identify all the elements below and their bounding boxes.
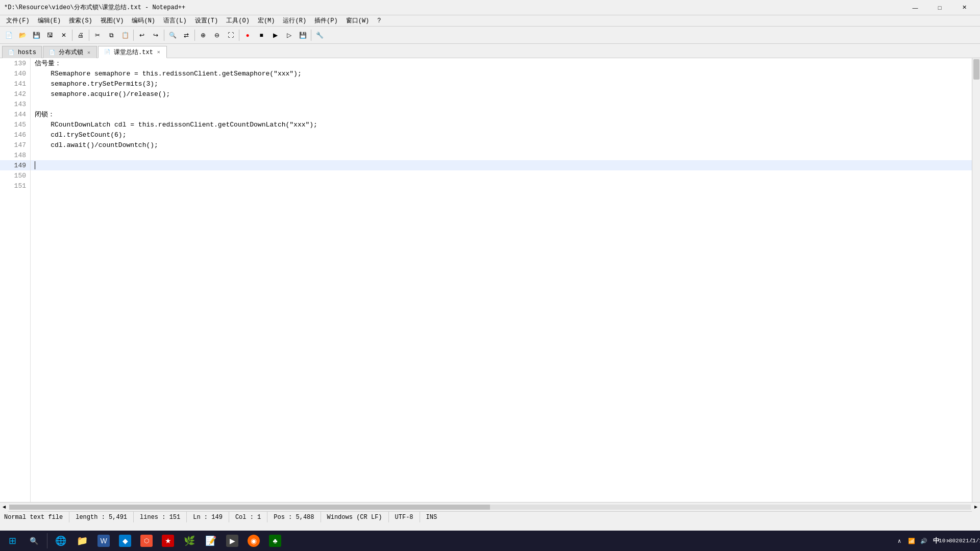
tab-summary-close[interactable]: ✕ bbox=[156, 48, 161, 56]
line-num-147: 147 bbox=[0, 140, 30, 150]
taskbar-terminal[interactable]: ▶ bbox=[222, 532, 242, 550]
status-pos: Pos : 5,488 bbox=[267, 512, 321, 522]
minimize-button[interactable]: — bbox=[903, 3, 927, 13]
windows-icon: ⊞ bbox=[6, 535, 18, 547]
menu-file[interactable]: 文件(F) bbox=[2, 15, 34, 26]
menu-window[interactable]: 窗口(W) bbox=[342, 15, 374, 26]
app7-icon: 🌿 bbox=[183, 535, 195, 547]
taskbar-app6[interactable]: ★ bbox=[158, 532, 178, 550]
menu-run[interactable]: 运行(R) bbox=[279, 15, 310, 26]
code-line-149 bbox=[31, 160, 972, 170]
toolbar-zoom-in[interactable]: ⊕ bbox=[197, 29, 210, 42]
line-num-142: 142 bbox=[0, 89, 30, 99]
search-button[interactable]: 🔍 bbox=[23, 532, 44, 550]
code-line-143 bbox=[31, 99, 972, 109]
toolbar-extra[interactable]: 🔧 bbox=[313, 29, 326, 42]
taskbar-vscode[interactable]: ◆ bbox=[115, 532, 135, 550]
tab-summary-label: 课堂总结.txt bbox=[114, 48, 153, 57]
menu-search[interactable]: 搜索(S) bbox=[65, 15, 96, 26]
status-line-ending: Windows (CR LF) bbox=[321, 512, 389, 522]
tray-chevron[interactable]: ∧ bbox=[894, 536, 904, 546]
toolbar-redo[interactable]: ↪ bbox=[149, 29, 162, 42]
tray-clock: 10:30 2021/1/1 bbox=[955, 536, 966, 546]
line-num-141: 141 bbox=[0, 79, 30, 89]
toolbar-cut[interactable]: ✂ bbox=[91, 29, 104, 42]
taskbar-git[interactable]: ⬡ bbox=[136, 532, 157, 550]
horizontal-scroll-track[interactable] bbox=[9, 505, 971, 510]
status-file-type: Normal text file bbox=[4, 512, 69, 522]
tray-speaker[interactable]: 🔊 bbox=[919, 536, 929, 546]
tab-hosts-label: hosts bbox=[18, 49, 36, 56]
toolbar-paste[interactable]: 📋 bbox=[118, 29, 132, 42]
toolbar-new[interactable]: 📄 bbox=[2, 29, 15, 42]
tab-bar: 📄 hosts 📄 分布式锁 ✕ 📄 课堂总结.txt ✕ bbox=[0, 44, 980, 58]
horizontal-scroll-thumb[interactable] bbox=[9, 505, 490, 510]
tray-notification[interactable]: □ bbox=[968, 536, 978, 546]
line-num-146: 146 bbox=[0, 130, 30, 140]
taskbar-app11[interactable]: ♣ bbox=[265, 532, 285, 550]
toolbar-save-all[interactable]: 🖫 bbox=[43, 29, 57, 42]
maximize-button[interactable]: □ bbox=[928, 3, 951, 13]
toolbar-stop[interactable]: ■ bbox=[255, 29, 268, 42]
taskbar-chrome[interactable]: 🌐 bbox=[51, 532, 71, 550]
line-num-144: 144 bbox=[0, 109, 30, 119]
line-num-149: 149 bbox=[0, 160, 30, 170]
line-num-139: 139 bbox=[0, 58, 30, 68]
scroll-right-arrow[interactable]: ▶ bbox=[972, 503, 980, 512]
tab-distributed-lock[interactable]: 📄 分布式锁 ✕ bbox=[43, 46, 97, 58]
menu-language[interactable]: 语言(L) bbox=[159, 15, 191, 26]
toolbar-replace[interactable]: ⇄ bbox=[180, 29, 193, 42]
toolbar-save[interactable]: 💾 bbox=[30, 29, 43, 42]
taskbar-app10[interactable]: ◉ bbox=[243, 532, 264, 550]
menu-help[interactable]: ? bbox=[373, 16, 385, 26]
code-line-151 bbox=[31, 181, 972, 191]
code-line-139: 信号量： bbox=[31, 58, 972, 68]
toolbar-macro-save[interactable]: 💾 bbox=[296, 29, 309, 42]
toolbar-copy[interactable]: ⧉ bbox=[105, 29, 118, 42]
toolbar-undo[interactable]: ↩ bbox=[135, 29, 149, 42]
taskbar-notepad[interactable]: 📝 bbox=[201, 532, 221, 550]
tab-classroom-summary[interactable]: 📄 课堂总结.txt ✕ bbox=[98, 46, 167, 58]
menu-macro[interactable]: 宏(M) bbox=[254, 15, 279, 26]
close-button[interactable]: ✕ bbox=[952, 3, 976, 13]
toolbar-open[interactable]: 📂 bbox=[16, 29, 29, 42]
toolbar-zoom-out[interactable]: ⊖ bbox=[210, 29, 224, 42]
scroll-left-arrow[interactable]: ◀ bbox=[0, 503, 8, 512]
vertical-scrollbar[interactable] bbox=[972, 58, 980, 502]
menu-tools[interactable]: 工具(O) bbox=[222, 15, 254, 26]
menu-encode[interactable]: 编码(N) bbox=[128, 15, 159, 26]
toolbar-print[interactable]: 🖨 bbox=[74, 29, 87, 42]
vscode-icon: ◆ bbox=[119, 535, 131, 547]
toolbar-sep3 bbox=[133, 30, 134, 41]
toolbar-record[interactable]: ● bbox=[241, 29, 254, 42]
taskbar-word[interactable]: W bbox=[93, 532, 114, 550]
toolbar-fullscreen[interactable]: ⛶ bbox=[224, 29, 237, 42]
toolbar-find[interactable]: 🔍 bbox=[166, 29, 179, 42]
code-area[interactable]: 信号量： RSemaphore semaphore = this.redisso… bbox=[31, 58, 972, 502]
toolbar-play[interactable]: ▶ bbox=[268, 29, 282, 42]
taskbar-right: ∧ 📶 🔊 中 ⌨ 10:30 2021/1/1 □ bbox=[894, 536, 978, 546]
tray-network[interactable]: 📶 bbox=[906, 536, 917, 546]
line-num-150: 150 bbox=[0, 170, 30, 181]
window-title: *D:\Resource\video\分布式锁\课堂总结.txt - Notep… bbox=[4, 3, 185, 12]
toolbar-next[interactable]: ▷ bbox=[282, 29, 296, 42]
status-length: length : 5,491 bbox=[69, 512, 134, 522]
line-num-143: 143 bbox=[0, 99, 30, 109]
text-cursor bbox=[35, 161, 35, 169]
menu-plugins[interactable]: 插件(P) bbox=[310, 15, 342, 26]
menu-edit[interactable]: 编辑(E) bbox=[34, 15, 65, 26]
line-num-140: 140 bbox=[0, 68, 30, 79]
tab-hosts-icon: 📄 bbox=[8, 49, 15, 56]
menu-settings[interactable]: 设置(T) bbox=[191, 15, 223, 26]
taskbar: ⊞ 🔍 🌐 📁 W ◆ ⬡ ★ 🌿 📝 ▶ ◉ ♣ ∧ 📶 🔊 中 ⌨ bbox=[0, 531, 980, 551]
taskbar-app7[interactable]: 🌿 bbox=[179, 532, 200, 550]
toolbar-close[interactable]: ✕ bbox=[57, 29, 70, 42]
horizontal-scrollbar[interactable]: ◀ ▶ bbox=[0, 502, 980, 511]
menu-view[interactable]: 视图(V) bbox=[96, 15, 128, 26]
search-icon: 🔍 bbox=[28, 535, 40, 547]
tab-dist-close[interactable]: ✕ bbox=[86, 49, 91, 56]
start-button[interactable]: ⊞ bbox=[2, 532, 22, 550]
vertical-scroll-thumb[interactable] bbox=[973, 59, 979, 80]
tab-hosts[interactable]: 📄 hosts bbox=[2, 46, 42, 58]
taskbar-explorer[interactable]: 📁 bbox=[72, 532, 92, 550]
